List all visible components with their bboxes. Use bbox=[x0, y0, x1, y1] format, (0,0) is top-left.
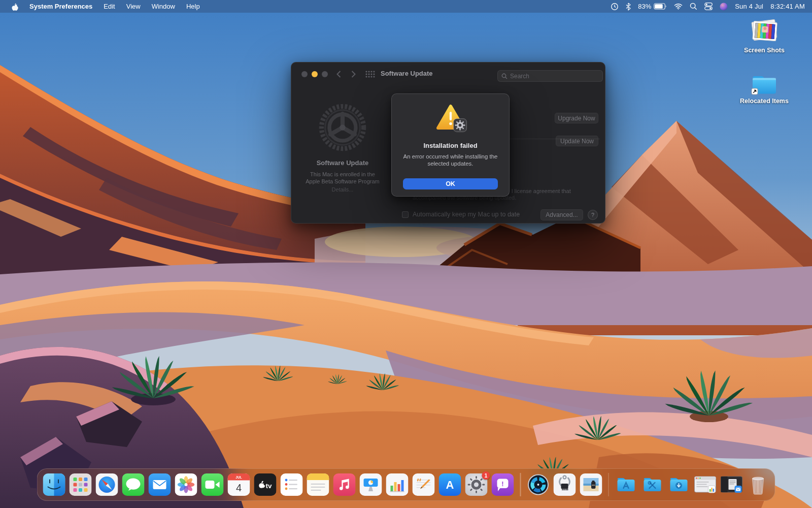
back-button[interactable] bbox=[336, 70, 342, 78]
menu-bar-menus: EditViewWindowHelp bbox=[104, 3, 199, 10]
dock-pages[interactable] bbox=[413, 473, 435, 496]
menu-edit[interactable]: Edit bbox=[104, 3, 115, 10]
details-link[interactable]: Details... bbox=[297, 186, 388, 193]
pane-heading: Software Update bbox=[297, 159, 388, 167]
menu-bar: System Preferences EditViewWindowHelp 83… bbox=[0, 0, 812, 13]
dock-trash[interactable] bbox=[747, 473, 769, 496]
dock-reminders[interactable] bbox=[281, 473, 303, 496]
beta-enrollment-text: This Mac is enrolled in the Apple Beta S… bbox=[304, 171, 381, 185]
dock-keynote[interactable] bbox=[360, 473, 382, 496]
apple-menu[interactable] bbox=[11, 3, 18, 11]
license-text-fragment: l license agreement that bbox=[512, 188, 571, 194]
dock-apple-tv[interactable]: tv bbox=[254, 473, 277, 496]
advanced-button[interactable]: Advanced... bbox=[540, 209, 583, 220]
dock-minimized-window-light[interactable] bbox=[694, 473, 717, 496]
software-update-gear-badge-icon bbox=[453, 118, 467, 132]
menu-bar-time[interactable]: 8:32:41 AM bbox=[770, 3, 805, 10]
dock-safari[interactable] bbox=[96, 473, 118, 496]
menu-help[interactable]: Help bbox=[186, 3, 200, 10]
spotlight-search-icon[interactable] bbox=[690, 3, 697, 10]
desktop-icon-relocated-items[interactable]: Relocated Items bbox=[734, 72, 794, 105]
svg-text:A: A bbox=[446, 479, 454, 491]
dialog-title: Installation failed bbox=[392, 142, 509, 149]
search-placeholder: Search bbox=[510, 73, 529, 80]
desktop-icon-screen-shots[interactable]: Screen Shots bbox=[734, 17, 794, 54]
menu-window[interactable]: Window bbox=[152, 3, 175, 10]
dock-notes[interactable] bbox=[307, 473, 329, 496]
photo-stack-icon bbox=[748, 17, 781, 46]
bluetooth-icon[interactable] bbox=[626, 3, 631, 11]
window-titlebar[interactable]: Software Update Search bbox=[291, 62, 605, 86]
auto-update-label: Automatically keep my Mac up to date bbox=[413, 211, 520, 218]
help-button[interactable]: ? bbox=[588, 210, 598, 220]
dock-minimized-window-dark[interactable] bbox=[721, 473, 743, 496]
control-center-icon[interactable] bbox=[704, 3, 713, 10]
notification-badge: 1 bbox=[482, 471, 490, 480]
menu-bar-date[interactable]: Sun 4 Jul bbox=[735, 3, 763, 10]
dock-feedback-assistant[interactable]: ! bbox=[492, 473, 514, 496]
dialog-message: An error occurred while installing the s… bbox=[399, 153, 502, 167]
dock: JUL4tvA1! bbox=[37, 468, 775, 501]
desktop-icon-label: Screen Shots bbox=[734, 47, 794, 54]
forward-button[interactable] bbox=[351, 70, 356, 78]
dock-messages[interactable] bbox=[122, 473, 145, 496]
svg-text:tv: tv bbox=[265, 482, 272, 490]
alias-folder-icon bbox=[750, 72, 779, 97]
dock-divider bbox=[608, 473, 609, 496]
upgrade-now-button[interactable]: Upgrade Now bbox=[555, 113, 598, 123]
wifi-icon[interactable] bbox=[674, 3, 683, 10]
software-update-gear-icon bbox=[316, 101, 369, 154]
dock-disk-usage-app[interactable] bbox=[527, 473, 549, 496]
dock-hardware-utility-app[interactable] bbox=[553, 473, 576, 496]
dock-mail[interactable] bbox=[149, 473, 171, 496]
svg-text:!: ! bbox=[501, 480, 503, 488]
dock-divider bbox=[520, 473, 521, 496]
dock-app-store[interactable]: A bbox=[439, 473, 461, 496]
svg-text:JUL: JUL bbox=[235, 475, 242, 479]
installation-failed-dialog: Installation failed An error occurred wh… bbox=[391, 93, 510, 197]
dock-downloads-folder[interactable] bbox=[668, 473, 690, 496]
show-all-grid-icon[interactable] bbox=[365, 71, 375, 78]
active-app-name[interactable]: System Preferences bbox=[29, 3, 92, 10]
svg-text:4: 4 bbox=[236, 482, 242, 493]
window-title: Software Update bbox=[381, 70, 433, 77]
search-icon bbox=[501, 73, 507, 79]
software-update-pane: Software Update This Mac is enrolled in … bbox=[297, 101, 388, 193]
update-now-button[interactable]: Update Now bbox=[556, 136, 598, 146]
dock-applications-folder[interactable] bbox=[615, 473, 637, 496]
auto-update-checkbox[interactable] bbox=[402, 211, 409, 218]
dock-utilities-folder[interactable] bbox=[641, 473, 664, 496]
dock-facetime[interactable] bbox=[201, 473, 224, 496]
dock-numbers[interactable] bbox=[386, 473, 409, 496]
dock-music[interactable] bbox=[333, 473, 356, 496]
minimize-button[interactable] bbox=[312, 71, 318, 77]
dock-photos[interactable] bbox=[175, 473, 197, 496]
desktop-icon-label: Relocated Items bbox=[734, 98, 794, 105]
battery-icon bbox=[654, 3, 667, 10]
search-input[interactable]: Search bbox=[497, 70, 603, 82]
dock-calendar[interactable]: JUL4 bbox=[228, 473, 250, 496]
dock-photo-utility-app[interactable] bbox=[580, 473, 602, 496]
user-avatar-icon[interactable] bbox=[720, 3, 728, 11]
dock-finder[interactable] bbox=[43, 473, 65, 496]
battery-status[interactable]: 83% bbox=[638, 3, 667, 10]
menu-view[interactable]: View bbox=[126, 3, 141, 10]
apple-logo-icon bbox=[11, 3, 18, 11]
dock-system-preferences[interactable]: 1 bbox=[465, 473, 488, 496]
zoom-button[interactable] bbox=[322, 71, 328, 77]
battery-percent: 83% bbox=[638, 3, 651, 10]
ok-button[interactable]: OK bbox=[403, 178, 498, 189]
recents-clock-icon[interactable] bbox=[611, 3, 619, 11]
dock-launchpad[interactable] bbox=[70, 473, 92, 496]
close-button[interactable] bbox=[301, 71, 308, 77]
